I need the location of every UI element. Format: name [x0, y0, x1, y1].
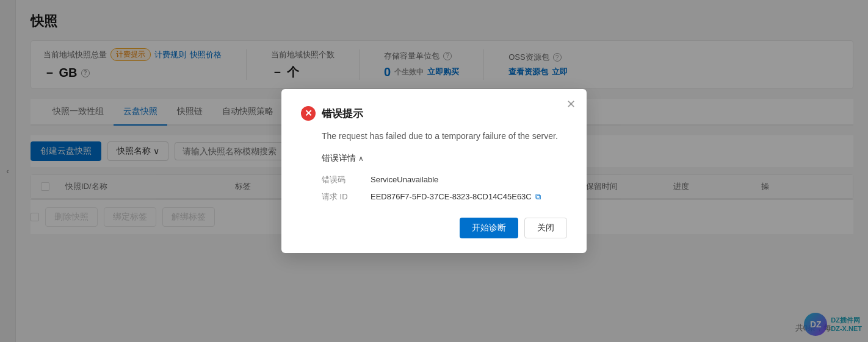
modal-title: 错误提示 — [322, 107, 363, 121]
error-detail-toggle[interactable]: 错误详情 ∧ — [322, 153, 567, 164]
chevron-up-icon: ∧ — [358, 154, 364, 163]
page-wrapper: ‹ 快照 当前地域快照总量 计费提示 计费规则 快照价格 － GB ? — [0, 0, 868, 342]
modal-message: The request has failed due to a temporar… — [322, 129, 567, 143]
error-detail-label: 错误详情 — [322, 153, 356, 164]
error-detail-table: 错误码 ServiceUnavailable 请求 ID EED876F7-5F… — [322, 171, 567, 205]
error-icon: ✕ — [301, 106, 316, 121]
error-code-label: 错误码 — [322, 174, 358, 185]
error-code-row: 错误码 ServiceUnavailable — [322, 171, 567, 188]
request-id-value: EED876F7-5FD-37CE-8323-8CD14C45E63C ⧉ — [371, 192, 541, 202]
modal-footer: 开始诊断 关闭 — [301, 218, 567, 238]
modal-header: ✕ 错误提示 — [301, 106, 567, 121]
request-id-row: 请求 ID EED876F7-5FD-37CE-8323-8CD14C45E63… — [322, 188, 567, 205]
request-id-label: 请求 ID — [322, 191, 358, 202]
request-id-text: EED876F7-5FD-37CE-8323-8CD14C45E63C — [371, 192, 532, 201]
error-code-value: ServiceUnavailable — [371, 175, 438, 184]
error-modal: ✕ ✕ 错误提示 The request has failed due to a… — [281, 89, 587, 252]
modal-overlay: ✕ ✕ 错误提示 The request has failed due to a… — [0, 0, 868, 342]
diagnose-button[interactable]: 开始诊断 — [460, 218, 518, 238]
modal-close-btn[interactable]: 关闭 — [524, 218, 567, 238]
copy-icon[interactable]: ⧉ — [535, 192, 541, 202]
modal-close-button[interactable]: ✕ — [566, 99, 576, 110]
